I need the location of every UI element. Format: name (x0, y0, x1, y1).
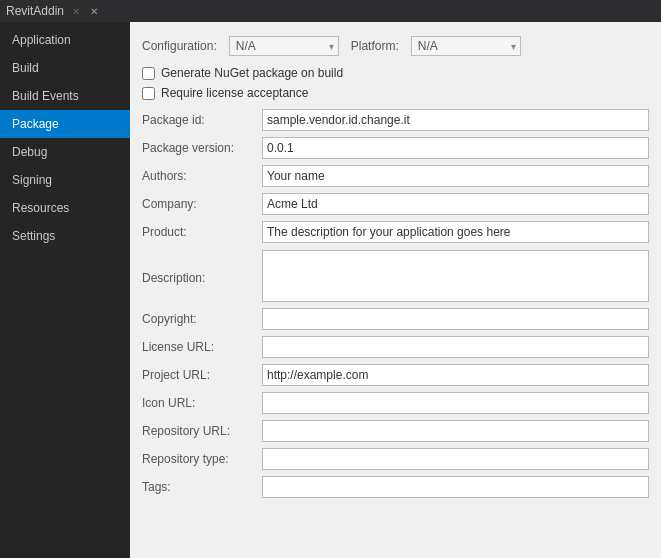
copyright-cell (262, 305, 649, 333)
copyright-input[interactable] (262, 308, 649, 330)
authors-cell (262, 162, 649, 190)
sidebar-item-build-events[interactable]: Build Events (0, 82, 130, 110)
package-version-cell (262, 134, 649, 162)
nuget-checkbox[interactable] (142, 67, 155, 80)
icon-url-cell (262, 389, 649, 417)
authors-input[interactable] (262, 165, 649, 187)
package-version-input[interactable] (262, 137, 649, 159)
license-label: Require license acceptance (161, 86, 308, 100)
product-label: Product: (142, 218, 262, 246)
license-url-input[interactable] (262, 336, 649, 358)
product-cell (262, 218, 649, 246)
table-row: License URL: (142, 333, 649, 361)
package-id-cell (262, 106, 649, 134)
tab-title: RevitAddin (6, 4, 64, 18)
license-checkbox-row: Require license acceptance (142, 86, 649, 100)
repository-type-input[interactable] (262, 448, 649, 470)
table-row: Repository type: (142, 445, 649, 473)
sidebar-item-debug[interactable]: Debug (0, 138, 130, 166)
table-row: Company: (142, 190, 649, 218)
project-url-cell (262, 361, 649, 389)
tab-close-button[interactable]: ✕ (86, 3, 102, 19)
tags-input[interactable] (262, 476, 649, 498)
license-checkbox[interactable] (142, 87, 155, 100)
sidebar-item-package[interactable]: Package (0, 110, 130, 138)
sidebar-item-resources[interactable]: Resources (0, 194, 130, 222)
copyright-label: Copyright: (142, 305, 262, 333)
repository-url-cell (262, 417, 649, 445)
project-url-label: Project URL: (142, 361, 262, 389)
company-cell (262, 190, 649, 218)
sidebar-item-application[interactable]: Application (0, 26, 130, 54)
authors-label: Authors: (142, 162, 262, 190)
configuration-select[interactable]: N/A (229, 36, 339, 56)
description-textarea[interactable] (262, 250, 649, 302)
repository-url-input[interactable] (262, 420, 649, 442)
nuget-checkbox-row: Generate NuGet package on build (142, 66, 649, 80)
description-label: Description: (142, 246, 262, 305)
platform-select-wrapper[interactable]: N/A (411, 36, 521, 56)
sidebar-item-settings[interactable]: Settings (0, 222, 130, 250)
table-row: Copyright: (142, 305, 649, 333)
license-url-cell (262, 333, 649, 361)
tags-cell (262, 473, 649, 501)
company-input[interactable] (262, 193, 649, 215)
configuration-label: Configuration: (142, 39, 217, 53)
table-row: Project URL: (142, 361, 649, 389)
sidebar-item-build[interactable]: Build (0, 54, 130, 82)
package-version-label: Package version: (142, 134, 262, 162)
table-row: Product: (142, 218, 649, 246)
icon-url-input[interactable] (262, 392, 649, 414)
table-row: Package version: (142, 134, 649, 162)
repository-url-label: Repository URL: (142, 417, 262, 445)
tags-label: Tags: (142, 473, 262, 501)
nuget-label: Generate NuGet package on build (161, 66, 343, 80)
project-url-input[interactable] (262, 364, 649, 386)
description-cell (262, 246, 649, 305)
company-label: Company: (142, 190, 262, 218)
config-bar: Configuration: N/A Platform: N/A (142, 30, 649, 66)
package-id-label: Package id: (142, 106, 262, 134)
platform-label: Platform: (351, 39, 399, 53)
license-url-label: License URL: (142, 333, 262, 361)
package-id-input[interactable] (262, 109, 649, 131)
table-row: Authors: (142, 162, 649, 190)
repository-type-label: Repository type: (142, 445, 262, 473)
content-panel: Configuration: N/A Platform: N/A Generat… (130, 22, 661, 558)
main-area: Application Build Build Events Package D… (0, 22, 661, 558)
form-table: Package id: Package version: Authors: Co… (142, 106, 649, 501)
table-row: Package id: (142, 106, 649, 134)
sidebar-item-signing[interactable]: Signing (0, 166, 130, 194)
table-row: Icon URL: (142, 389, 649, 417)
configuration-select-wrapper[interactable]: N/A (229, 36, 339, 56)
sidebar: Application Build Build Events Package D… (0, 22, 130, 558)
table-row: Description: (142, 246, 649, 305)
table-row: Repository URL: (142, 417, 649, 445)
table-row: Tags: (142, 473, 649, 501)
icon-url-label: Icon URL: (142, 389, 262, 417)
title-bar: RevitAddin ✕ ✕ (0, 0, 661, 22)
product-input[interactable] (262, 221, 649, 243)
platform-select[interactable]: N/A (411, 36, 521, 56)
repository-type-cell (262, 445, 649, 473)
